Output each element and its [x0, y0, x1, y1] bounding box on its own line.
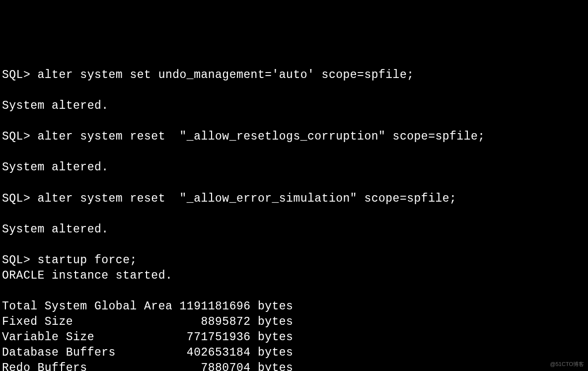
watermark-text: @51CTO博客 [550, 361, 584, 368]
terminal-line: Variable Size 771751936 bytes [2, 331, 293, 344]
terminal-line: SQL> startup force; [2, 254, 137, 267]
terminal-line: SQL> alter system set undo_management='a… [2, 69, 414, 81]
terminal-line: Database Buffers 402653184 bytes [2, 346, 293, 359]
terminal-line: Total System Global Area 1191181696 byte… [2, 300, 293, 313]
terminal-output[interactable]: SQL> alter system set undo_management='a… [2, 68, 586, 371]
terminal-line: ORACLE instance started. [2, 269, 172, 282]
terminal-line: System altered. [2, 99, 109, 112]
terminal-line: Fixed Size 8895872 bytes [2, 315, 293, 328]
terminal-line: SQL> alter system reset "_allow_resetlog… [2, 130, 485, 143]
terminal-line: System altered. [2, 223, 109, 236]
terminal-line: SQL> alter system reset "_allow_error_si… [2, 192, 456, 205]
terminal-line: System altered. [2, 161, 109, 174]
terminal-line: Redo Buffers 7880704 bytes [2, 362, 293, 371]
